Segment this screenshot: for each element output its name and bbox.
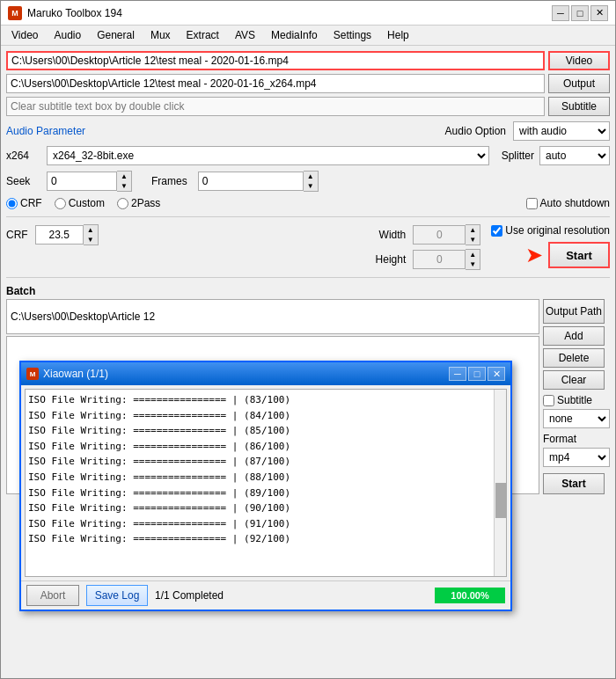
crf-up-button[interactable]: ▲ xyxy=(84,225,98,235)
auto-shutdown-checkbox[interactable] xyxy=(526,198,538,209)
subtitle-input[interactable] xyxy=(6,97,545,116)
seek-spinner: ▲ ▼ xyxy=(47,171,132,192)
menu-bar: Video Audio General Mux Extract AVS Medi… xyxy=(1,26,615,46)
use-original-res-item: Use original resolution xyxy=(491,224,610,237)
width-down-button[interactable]: ▼ xyxy=(466,235,480,245)
menu-help[interactable]: Help xyxy=(380,27,416,43)
width-input[interactable] xyxy=(413,225,466,245)
custom-radio-label: Custom xyxy=(69,197,105,209)
audio-params-row: Audio Parameter Audio Option with audiow… xyxy=(6,121,610,141)
use-original-res-label: Use original resolution xyxy=(505,224,610,237)
seek-input[interactable] xyxy=(47,172,117,191)
splitter-select[interactable]: autolavfdirectshow xyxy=(539,146,610,165)
height-row: Height ▲ ▼ xyxy=(370,249,480,270)
log-line: ISO File Writing: ================ | (86… xyxy=(28,439,503,455)
wh-section: Width ▲ ▼ Height ▲ xyxy=(370,224,480,270)
popup-maximize-button[interactable]: □ xyxy=(468,367,486,381)
popup-minimize-button[interactable]: ─ xyxy=(449,367,466,381)
menu-general[interactable]: General xyxy=(90,27,142,43)
scroll-thumb[interactable] xyxy=(495,483,506,518)
format-select[interactable]: mp4mkvtsavi xyxy=(543,448,610,467)
height-spinner: ▲ ▼ xyxy=(413,249,480,270)
add-button[interactable]: Add xyxy=(543,326,605,346)
frames-down-button[interactable]: ▼ xyxy=(304,181,318,191)
output-path-button[interactable]: Output Path xyxy=(543,299,605,324)
start-button[interactable]: Start xyxy=(548,242,610,268)
height-up-button[interactable]: ▲ xyxy=(466,250,480,259)
minimize-button[interactable]: ─ xyxy=(552,5,569,21)
clear-button[interactable]: Clear xyxy=(543,370,605,390)
title-bar: M Maruko Toolbox 194 ─ □ ✕ xyxy=(1,1,615,26)
crf-radio-label: CRF xyxy=(20,197,42,209)
menu-video[interactable]: Video xyxy=(4,27,45,43)
video-button[interactable]: Video xyxy=(548,51,610,70)
frames-up-button[interactable]: ▲ xyxy=(304,172,318,181)
width-label: Width xyxy=(370,229,406,241)
abort-button[interactable]: Abort xyxy=(26,585,79,606)
log-line: ISO File Writing: ================ | (89… xyxy=(28,486,503,501)
window-title: Maruko Toolbox 194 xyxy=(27,7,122,19)
seek-label: Seek xyxy=(6,175,41,187)
encode-mode-group: CRF Custom 2Pass xyxy=(6,197,160,209)
delete-button[interactable]: Delete xyxy=(543,348,605,368)
audio-option-select[interactable]: with audiowithout audiocopy audio xyxy=(513,121,610,141)
frames-label: Frames xyxy=(151,175,187,187)
start-row: ➤ Start xyxy=(491,242,610,268)
subtitle-button[interactable]: Subtitle xyxy=(548,97,610,116)
height-spinner-buttons: ▲ ▼ xyxy=(466,249,480,270)
subtitle-batch-checkbox[interactable] xyxy=(543,395,554,406)
video-path-input[interactable] xyxy=(6,51,545,70)
seek-down-button[interactable]: ▼ xyxy=(117,181,131,191)
subtitle-type-select[interactable]: nonesrtassssa xyxy=(543,409,610,428)
height-label: Height xyxy=(370,253,406,266)
seek-frames-row: Seek ▲ ▼ Frames ▲ ▼ xyxy=(6,171,610,192)
menu-mediainfo[interactable]: MediaInfo xyxy=(264,27,325,43)
audio-option-label: Audio Option xyxy=(445,125,506,137)
output-button[interactable]: Output xyxy=(548,74,610,93)
batch-buttons: Output Path Add Delete Clear Subtitle no… xyxy=(543,299,610,494)
completed-text: 1/1 Completed xyxy=(155,589,428,602)
menu-mux[interactable]: Mux xyxy=(143,27,178,43)
custom-radio[interactable] xyxy=(55,198,66,209)
twopass-radio[interactable] xyxy=(117,198,128,209)
log-line: ISO File Writing: ================ | (91… xyxy=(28,516,503,532)
splitter-label: Splitter xyxy=(502,150,534,162)
output-path-input[interactable] xyxy=(6,74,545,93)
use-original-res-checkbox[interactable] xyxy=(491,225,502,237)
subtitle-batch-label: Subtitle xyxy=(557,394,592,406)
log-line: ISO File Writing: ================ | (87… xyxy=(28,454,503,470)
save-log-button[interactable]: Save Log xyxy=(86,585,148,606)
popup-log-area: ISO File Writing: ================ | (83… xyxy=(25,389,507,577)
seek-up-button[interactable]: ▲ xyxy=(117,172,131,181)
title-controls: ─ □ ✕ xyxy=(552,5,608,21)
video-path-row: Video xyxy=(6,51,610,70)
height-down-button[interactable]: ▼ xyxy=(466,259,480,269)
crf-input[interactable] xyxy=(35,225,84,245)
batch-start-button[interactable]: Start xyxy=(543,473,605,494)
crf-label: CRF xyxy=(6,229,28,241)
log-line: ISO File Writing: ================ | (85… xyxy=(28,423,503,439)
popup-close-button[interactable]: ✕ xyxy=(488,367,505,381)
menu-extract[interactable]: Extract xyxy=(180,27,226,43)
log-scrollbar[interactable] xyxy=(494,390,506,576)
crf-radio[interactable] xyxy=(6,198,18,209)
frames-input[interactable] xyxy=(198,172,304,191)
menu-settings[interactable]: Settings xyxy=(326,27,378,43)
log-line: ISO File Writing: ================ | (88… xyxy=(28,470,503,486)
height-input[interactable] xyxy=(413,250,466,269)
twopass-radio-label: 2Pass xyxy=(131,197,160,209)
menu-avs[interactable]: AVS xyxy=(228,27,262,43)
width-up-button[interactable]: ▲ xyxy=(466,225,480,235)
width-row: Width ▲ ▼ xyxy=(370,224,480,245)
crf-radio-item: CRF xyxy=(6,197,42,209)
x264-select[interactable]: x264_32-8bit.exex264_64-8bit.exex264_64-… xyxy=(47,146,489,165)
divider1 xyxy=(6,216,610,217)
crf-down-button[interactable]: ▼ xyxy=(84,235,98,245)
menu-audio[interactable]: Audio xyxy=(47,27,88,43)
close-button[interactable]: ✕ xyxy=(590,5,608,21)
popup-title-left: M Xiaowan (1/1) xyxy=(26,368,108,380)
popup-icon: M xyxy=(26,368,39,380)
format-label: Format xyxy=(543,433,610,445)
maximize-button[interactable]: □ xyxy=(571,5,589,21)
batch-path-input[interactable] xyxy=(6,299,539,334)
